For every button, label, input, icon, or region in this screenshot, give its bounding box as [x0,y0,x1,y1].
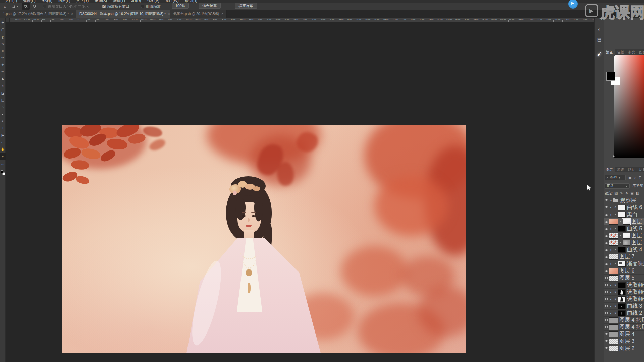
move-tool-icon[interactable]: ✛ [0,19,6,26]
layer-row[interactable]: 8图层 8 [604,239,644,246]
lock-transparent-pixels-icon[interactable]: ▨ [614,191,618,195]
menu-item[interactable]: 视图(V) [144,0,162,3]
visibility-eye-icon[interactable] [604,340,609,342]
layer-mask-thumbnail[interactable] [618,212,626,218]
layer-thumbnail[interactable] [609,317,618,323]
layer-mask-thumbnail[interactable] [618,282,626,288]
zoom-all-windows-checkbox[interactable] [102,5,106,8]
brushes-icon[interactable]: 🖌 [595,50,604,58]
layer-mask-thumbnail[interactable] [618,296,626,302]
layer-thumbnail[interactable] [609,233,618,239]
layer-row[interactable]: 图层 4 [604,331,644,338]
adjustments-icon[interactable]: ◐ [595,25,604,33]
tab-close-icon[interactable]: × [168,12,170,16]
document-tab[interactable]: DSC00344 - 副本.psb @ 16.2% (图层 10, 图层蒙版/8… [76,10,170,18]
visibility-eye-icon[interactable] [604,312,609,314]
layers-panel-tab[interactable]: 历史记录 [637,167,644,172]
clone-stamp-tool-icon[interactable]: ♟ [0,75,6,82]
layer-thumbnail[interactable] [609,254,618,260]
lock-image-pixels-icon[interactable]: ✎ [620,191,623,195]
visibility-eye-icon[interactable] [604,199,609,201]
tab-close-icon[interactable]: × [221,12,223,16]
layer-mask-thumbnail[interactable] [623,233,630,239]
color-picker-handle[interactable] [613,155,615,157]
layer-row[interactable]: ◐8曲线 6 [604,204,644,211]
visibility-eye-icon[interactable] [604,263,609,265]
zoom-tool-preset[interactable]: ▼ [10,3,20,10]
visibility-eye-icon[interactable] [604,228,609,230]
layer-row[interactable]: 图层 5 [604,275,644,282]
layer-thumbnail[interactable] [609,339,618,344]
menu-item[interactable]: 文字(Y) [73,0,92,3]
layer-row[interactable]: 8图层 10 [604,218,644,225]
layer-row[interactable]: ◐8选取颜色 1 [604,296,644,303]
crop-tool-icon[interactable]: ⌗ [0,47,6,54]
visibility-eye-icon[interactable] [604,284,609,286]
layer-thumbnail[interactable] [609,331,618,337]
visibility-eye-icon[interactable] [604,214,609,216]
visibility-eye-icon[interactable] [604,305,609,307]
visibility-eye-icon[interactable] [604,277,609,279]
layer-thumbnail[interactable] [609,268,618,274]
layer-row[interactable]: ◐8选取颜色 3 [604,282,644,289]
layer-row[interactable]: ◐8选取颜色 2 [604,289,644,296]
spot-healing-brush-tool-icon[interactable]: ✚ [0,61,6,68]
zoom-in-button[interactable]: + [22,3,30,10]
home-icon[interactable]: ⌂ [2,3,8,10]
libraries-icon[interactable]: ▤ [595,35,604,43]
visibility-eye-icon[interactable] [604,256,609,258]
visibility-eye-icon[interactable] [604,242,609,244]
layer-mask-thumbnail[interactable] [618,303,626,309]
layer-row[interactable]: 图层 2 [604,345,644,352]
layer-mask-thumbnail[interactable] [623,219,630,225]
layer-mask-thumbnail[interactable] [618,247,626,253]
resize-windows-checkbox[interactable] [43,5,46,8]
layer-mask-thumbnail[interactable] [618,205,626,210]
ruler-corner[interactable] [6,18,10,22]
zoom-100-button[interactable]: 100% [172,3,189,9]
layer-mask-thumbnail[interactable] [618,310,626,316]
path-selection-tool-icon[interactable]: ▶ [0,132,6,139]
layer-row[interactable]: 图层 4 拷贝 [604,324,644,331]
tab-close-icon[interactable]: × [71,12,73,16]
type-filter-icon[interactable]: T [639,176,641,180]
layer-row[interactable]: 图层 7 [604,253,644,260]
layer-mask-thumbnail[interactable] [618,226,626,232]
menu-item[interactable]: 滤镜(T) [110,0,128,3]
layer-row[interactable]: ◐8渐变映射 [604,260,644,267]
menu-item[interactable]: 图层(L) [55,0,73,3]
layer-mask-thumbnail[interactable] [618,289,626,295]
layer-mask-thumbnail[interactable] [623,240,630,246]
layer-row[interactable]: 图层 3 [604,338,644,345]
toolbar-color-swatches[interactable] [1,170,5,175]
canvas-area[interactable] [6,22,594,362]
layer-thumbnail[interactable] [609,240,618,246]
menu-item[interactable]: 文件(F) [2,0,20,3]
pixel-filter-icon[interactable]: ▣ [628,176,631,180]
layer-row[interactable]: ◐8曲线 2 [604,310,644,317]
layer-row[interactable]: ◐8曲线 3 [604,303,644,310]
eraser-tool-icon[interactable]: ◪ [0,89,6,97]
photo-document[interactable] [62,125,466,353]
eyedropper-tool-icon[interactable]: ✑ [0,54,6,61]
layer-row[interactable]: 图层 6 [604,267,644,275]
layers-panel-tab[interactable]: 图层 [604,167,615,172]
layer-thumbnail[interactable] [609,324,618,330]
visibility-eye-icon[interactable] [604,333,609,335]
layer-thumbnail[interactable] [609,346,618,351]
visibility-eye-icon[interactable] [604,206,609,208]
zoom-tool-icon[interactable]: ⌕ [0,153,6,160]
visibility-eye-icon[interactable] [604,319,609,321]
visibility-eye-icon[interactable] [604,326,609,328]
visibility-eye-icon[interactable] [604,249,609,251]
layer-row[interactable]: ▼观察层 [604,197,644,204]
quick-selection-tool-icon[interactable]: ✎ [0,40,6,47]
edit-toolbar-icon[interactable]: … [0,160,6,167]
menu-item[interactable]: 3D(D) [128,0,144,3]
zoom-out-button[interactable]: − [31,3,38,10]
blur-tool-icon[interactable]: ◌ [0,104,6,111]
visibility-eye-icon[interactable] [604,221,609,223]
type-tool-icon[interactable]: T [0,125,6,132]
lock-all-icon[interactable]: ◧ [636,191,639,195]
lasso-tool-icon[interactable]: ϛ [0,33,6,40]
